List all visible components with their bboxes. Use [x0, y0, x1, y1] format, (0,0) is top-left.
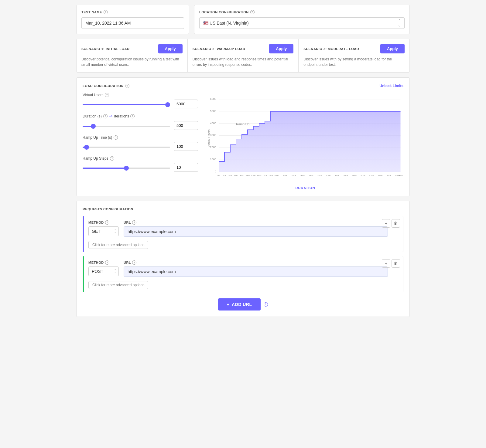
- add-url-help-icon[interactable]: ?: [264, 302, 268, 307]
- request2-item: Method ? GET POST PUT DELETE: [83, 256, 403, 292]
- chart-x-axis-label: DURATION: [207, 186, 403, 190]
- request2-url-label: URL ?: [124, 260, 388, 265]
- request2-delete-button[interactable]: 🗑: [392, 259, 400, 268]
- request2-method-select[interactable]: GET POST PUT DELETE: [88, 266, 119, 276]
- svg-text:340s: 340s: [335, 175, 340, 177]
- scenario1-header: SCENARIO 1: INITIAL LOAD Apply: [81, 44, 183, 53]
- add-url-row: + ADD URL ?: [83, 298, 403, 311]
- request1-advanced-button[interactable]: Click for more advanced options: [88, 241, 148, 249]
- request2-advanced-button[interactable]: Click for more advanced options: [88, 281, 148, 289]
- request1-item: Method ? GET POST PUT DELETE: [83, 216, 403, 252]
- svg-text:380s: 380s: [352, 175, 357, 177]
- scenario1-apply-button[interactable]: Apply: [158, 44, 183, 53]
- ramp-up-time-help-icon[interactable]: ?: [114, 135, 118, 140]
- scenario1-card: SCENARIO 1: INITIAL LOAD Apply Discover …: [77, 39, 188, 72]
- ramp-up-time-slider[interactable]: [83, 147, 170, 148]
- svg-text:Virtual Users: Virtual Users: [207, 129, 211, 148]
- ramp-up-steps-label: Ramp Up Steps ?: [83, 156, 198, 161]
- ramp-up-steps-control: Ramp Up Steps ?: [83, 156, 198, 172]
- requests-config-title: REQUESTS CONFIGURATION: [83, 207, 403, 211]
- duration-help-icon[interactable]: ?: [103, 114, 108, 118]
- svg-text:3000: 3000: [210, 133, 216, 137]
- svg-text:220s: 220s: [283, 175, 288, 177]
- ramp-up-steps-slider[interactable]: [83, 168, 170, 169]
- scenario3-card: SCENARIO 3: MODERATE LOAD Apply Discover…: [299, 39, 409, 72]
- request1-top: Method ? GET POST PUT DELETE: [88, 220, 388, 237]
- test-name-label-text: TEST NAME: [81, 10, 102, 14]
- request1-method-help-icon[interactable]: ?: [105, 220, 109, 225]
- load-config-title: LOAD CONFIGURATION ? Unlock Limits: [83, 84, 403, 88]
- swap-icon[interactable]: ⇌: [109, 114, 113, 119]
- scenario2-header: SCENARIO 2: WARM-UP LOAD Apply: [193, 44, 294, 53]
- svg-text:240s: 240s: [291, 175, 296, 177]
- ramp-up-time-value-input[interactable]: [174, 142, 198, 151]
- unlock-limits-link[interactable]: Unlock Limits: [379, 84, 403, 88]
- location-select-wrapper[interactable]: 🇺🇸 US East (N. Virginia) 🇪🇺 EU West (Ire…: [199, 17, 405, 29]
- svg-text:20s: 20s: [223, 175, 226, 177]
- request1-method-select-wrapper[interactable]: GET POST PUT DELETE: [88, 226, 119, 236]
- svg-text:280s: 280s: [309, 175, 313, 177]
- request2-add-button[interactable]: +: [382, 259, 390, 268]
- load-chart: 6000 5000 4000 3000 2000 1000 0 Virtual …: [207, 93, 403, 190]
- duration-control: Duration (s) ? ⇌ Iterations ?: [83, 114, 198, 130]
- request1-url-input[interactable]: [124, 226, 388, 237]
- svg-text:120s: 120s: [251, 175, 256, 177]
- svg-text:4000: 4000: [210, 121, 216, 125]
- iterations-help-icon[interactable]: ?: [130, 114, 135, 118]
- load-config-help-icon[interactable]: ?: [125, 84, 129, 88]
- svg-text:260s: 260s: [300, 175, 305, 177]
- virtual-users-value-input[interactable]: [174, 100, 198, 108]
- test-name-help-icon[interactable]: ?: [104, 10, 108, 14]
- request1-delete-button[interactable]: 🗑: [392, 219, 400, 228]
- request2-url-input[interactable]: [124, 266, 388, 277]
- svg-text:100s: 100s: [245, 175, 250, 177]
- virtual-users-slider[interactable]: [83, 104, 170, 105]
- scenario1-description: Discover potential configuration issues …: [81, 56, 183, 67]
- scenario1-title: SCENARIO 1: INITIAL LOAD: [81, 47, 129, 51]
- svg-text:400s: 400s: [361, 175, 365, 177]
- add-url-button[interactable]: + ADD URL: [218, 298, 260, 311]
- svg-text:420s: 420s: [369, 175, 374, 177]
- svg-text:0: 0: [215, 170, 216, 173]
- test-name-label: TEST NAME ?: [81, 10, 184, 14]
- request1-actions: + 🗑: [382, 219, 400, 228]
- svg-marker-16: [219, 111, 401, 172]
- location-label: LOCATION CONFIGURATION ?: [199, 10, 405, 14]
- scenario2-card: SCENARIO 2: WARM-UP LOAD Apply Discover …: [188, 39, 299, 72]
- ramp-up-time-label: Ramp Up Time (s) ?: [83, 135, 198, 140]
- request1-method-select[interactable]: GET POST PUT DELETE: [88, 226, 119, 236]
- duration-slider[interactable]: [83, 126, 170, 127]
- scenario2-apply-button[interactable]: Apply: [269, 44, 293, 53]
- request1-add-button[interactable]: +: [382, 219, 390, 228]
- plus-icon: +: [227, 302, 229, 307]
- svg-text:440s: 440s: [378, 175, 383, 177]
- request2-url-group: URL ?: [124, 260, 388, 277]
- svg-text:1000: 1000: [210, 158, 216, 161]
- request2-method-select-wrapper[interactable]: GET POST PUT DELETE: [88, 266, 119, 276]
- request2-url-help-icon[interactable]: ?: [132, 260, 136, 265]
- request2-content: Method ? GET POST PUT DELETE: [84, 256, 403, 292]
- test-name-input[interactable]: [81, 17, 184, 29]
- location-help-icon[interactable]: ?: [250, 10, 255, 14]
- request2-method-help-icon[interactable]: ?: [105, 260, 109, 265]
- svg-text:460s: 460s: [387, 175, 392, 177]
- svg-text:500s: 500s: [398, 175, 403, 177]
- scenario3-apply-button[interactable]: Apply: [380, 44, 405, 53]
- svg-text:160s: 160s: [262, 175, 267, 177]
- request1-url-help-icon[interactable]: ?: [132, 220, 136, 225]
- svg-text:Ramp Up: Ramp Up: [236, 123, 249, 126]
- virtual-users-help-icon[interactable]: ?: [105, 93, 109, 97]
- request2-actions: + 🗑: [382, 259, 400, 268]
- request1-content: Method ? GET POST PUT DELETE: [84, 216, 403, 252]
- svg-text:0s: 0s: [217, 175, 220, 177]
- svg-text:300s: 300s: [317, 175, 322, 177]
- svg-text:40s: 40s: [228, 175, 232, 177]
- svg-text:6000: 6000: [210, 97, 216, 100]
- ramp-up-steps-help-icon[interactable]: ?: [110, 156, 114, 161]
- duration-value-input[interactable]: [174, 121, 198, 130]
- location-select[interactable]: 🇺🇸 US East (N. Virginia) 🇪🇺 EU West (Ire…: [199, 17, 405, 29]
- svg-text:80s: 80s: [240, 175, 244, 177]
- requests-config-section: REQUESTS CONFIGURATION Method ? GET: [76, 201, 410, 317]
- ramp-up-steps-value-input[interactable]: [174, 163, 198, 172]
- scenario3-description: Discover issues with by setting a modera…: [303, 56, 405, 67]
